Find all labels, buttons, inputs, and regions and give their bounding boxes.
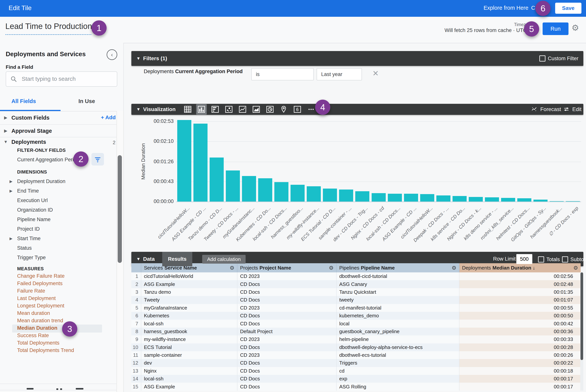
field-item-median-duration[interactable]: Median Duration <box>0 324 116 332</box>
field-item-failure-rate[interactable]: Failure Rate <box>0 287 116 295</box>
save-button[interactable]: Save <box>555 3 582 14</box>
single-value-viz-icon[interactable]: 6 <box>292 104 303 115</box>
table-viz-icon[interactable] <box>182 104 193 115</box>
add-custom-field-button[interactable]: + Add <box>101 114 116 120</box>
remove-filter-icon[interactable]: ✕ <box>372 69 379 78</box>
custom-filter-checkbox[interactable] <box>539 56 546 62</box>
subtotals-checkbox[interactable] <box>562 256 568 262</box>
cell-median-duration[interactable]: 00:00:17 <box>459 383 581 390</box>
chart-bar[interactable] <box>323 188 337 202</box>
cell-median-duration[interactable]: 00:00:33 <box>459 336 581 343</box>
cell-project-name[interactable]: CD 2023 <box>237 351 337 359</box>
column-header-median-duration[interactable]: DeploymentsMedian Duration ↓⚙ <box>459 263 581 272</box>
gear-icon[interactable]: ⚙ <box>572 23 579 32</box>
chart-bar[interactable] <box>388 194 402 202</box>
totals-checkbox[interactable] <box>538 256 544 262</box>
field-item-status[interactable]: Status <box>0 243 116 253</box>
sidebar-group-approval-stage[interactable]: ▶ Approval Stage <box>0 125 123 137</box>
chart-bar[interactable] <box>517 198 531 202</box>
field-item-start-time[interactable]: ▶Start Time <box>0 234 116 243</box>
chevron-right-icon[interactable]: ▶ <box>0 128 11 133</box>
column-chart-viz-icon[interactable] <box>196 104 207 115</box>
cell-project-name[interactable]: CD 2023 <box>237 336 337 343</box>
cell-median-duration[interactable]: 00:00:55 <box>459 304 581 312</box>
field-item-last-deployment[interactable]: Last Deployment <box>0 295 116 302</box>
more-viz-icon[interactable] <box>306 104 316 115</box>
field-current-aggregation-period[interactable]: Current Aggregation Period <box>0 154 123 165</box>
chart-bar[interactable] <box>274 182 288 202</box>
map-pin-viz-icon[interactable] <box>278 104 289 115</box>
cell-pipeline-name[interactable]: guestbook_canary_pipeline <box>337 328 459 336</box>
search-input[interactable] <box>21 73 113 85</box>
cell-project-name[interactable]: CD Docs <box>237 359 337 367</box>
tile-title[interactable]: Lead Time to Production <box>5 22 92 31</box>
add-calculation-button[interactable]: Add calculation <box>202 255 246 264</box>
chevron-right-icon[interactable]: ▶ <box>9 188 12 193</box>
cell-service-name[interactable]: sample-container <box>141 351 237 359</box>
chart-bar[interactable] <box>291 185 305 202</box>
field-item-longest-deployment[interactable]: Longest Deployment <box>0 302 116 310</box>
subtotals-toggle[interactable]: Subtotals <box>562 256 586 262</box>
cell-pipeline-name[interactable]: ASG Rolling <box>337 383 459 390</box>
cell-service-name[interactable]: ASG Example <box>141 280 237 288</box>
cell-median-duration[interactable]: 00:00:28 <box>459 344 581 351</box>
cell-median-duration[interactable]: 00:00:18 <box>459 367 581 375</box>
tab-in-use[interactable]: In Use <box>78 98 95 104</box>
filter-operator-input[interactable] <box>251 68 314 80</box>
field-item-pipeline-name[interactable]: Pipeline Name <box>0 215 116 224</box>
forecast-button[interactable]: Forecast <box>531 104 561 115</box>
chart-bar[interactable] <box>226 170 240 202</box>
cell-service-name[interactable]: local-ssh <box>141 320 237 328</box>
cell-service-name[interactable]: Tanzu demo <box>141 288 237 296</box>
line-chart-viz-icon[interactable] <box>237 104 248 115</box>
field-item-deployment-duration[interactable]: ▶Deployment Duration <box>0 176 116 186</box>
edit-viz-button[interactable]: Edit <box>563 104 582 115</box>
chart-bar[interactable] <box>436 196 451 202</box>
cell-pipeline-name[interactable]: ASG Canary <box>337 280 459 288</box>
cell-service-name[interactable]: Nginx <box>141 367 237 375</box>
run-button[interactable]: Run <box>543 22 569 35</box>
field-item-success-rate[interactable]: Success Rate <box>0 332 116 339</box>
chevron-right-icon[interactable]: ▶ <box>9 236 12 241</box>
bar-chart-viz-icon[interactable] <box>210 104 220 115</box>
tab-results[interactable]: Results <box>162 252 192 266</box>
field-item-end-time[interactable]: ▶End Time <box>0 186 116 196</box>
area-chart-viz-icon[interactable] <box>251 104 262 115</box>
chart-bar[interactable] <box>469 197 483 202</box>
cell-project-name[interactable]: CD 2023 <box>237 304 337 312</box>
chart-bar[interactable] <box>485 197 499 202</box>
cell-median-duration[interactable]: 00:00:22 <box>459 359 581 367</box>
chart-bar[interactable] <box>210 158 224 202</box>
chart-bar[interactable] <box>242 176 256 202</box>
cell-pipeline-name[interactable]: cd <box>337 367 459 375</box>
chart-bar[interactable] <box>355 191 369 202</box>
collapse-sidebar-icon[interactable]: ‹ <box>107 49 117 60</box>
cell-project-name[interactable]: CD 2023 <box>237 272 337 280</box>
scatter-plot-viz-icon[interactable] <box>223 104 234 115</box>
cell-median-duration[interactable]: 00:00:42 <box>459 320 581 328</box>
cell-service-name[interactable]: harness_guestbook <box>141 328 237 336</box>
tab-all-fields[interactable]: All Fields <box>11 98 36 104</box>
cell-median-duration[interactable]: 00:01:35 <box>459 288 581 296</box>
cell-pipeline-name[interactable]: local <box>337 320 459 328</box>
column-gear-icon[interactable]: ⚙ <box>230 265 234 271</box>
chart-bar[interactable] <box>501 198 515 202</box>
cell-pipeline-name[interactable]: tweety <box>337 296 459 304</box>
chart-bar[interactable] <box>177 120 191 202</box>
cell-project-name[interactable]: CD Docs <box>237 375 337 383</box>
table-scrollbar-thumb[interactable] <box>581 272 583 360</box>
cell-median-duration[interactable]: 00:00:26 <box>459 351 581 359</box>
cell-service-name[interactable]: dev <box>141 359 237 367</box>
chevron-right-icon[interactable]: ▶ <box>0 115 11 120</box>
field-item-mean-duration[interactable]: Mean duration <box>0 310 116 317</box>
chart-bar[interactable] <box>566 201 580 202</box>
cell-project-name[interactable]: CD Docs <box>237 280 337 288</box>
cell-service-name[interactable]: Kubernetes <box>141 312 237 320</box>
field-item-execution-url[interactable]: Execution Url <box>0 196 116 205</box>
cell-pipeline-name[interactable]: dbothwell-cicd-tutorial <box>337 272 459 280</box>
row-limit-input[interactable] <box>516 254 532 264</box>
cell-pipeline-name[interactable]: dbothwell-deploy-alpha-service-to-ecs <box>337 344 459 351</box>
field-item-mean-duration-trend[interactable]: Mean duration trend <box>0 317 116 324</box>
chart-bar[interactable] <box>372 193 386 202</box>
collapse-caret-icon[interactable]: ▼ <box>136 56 140 61</box>
